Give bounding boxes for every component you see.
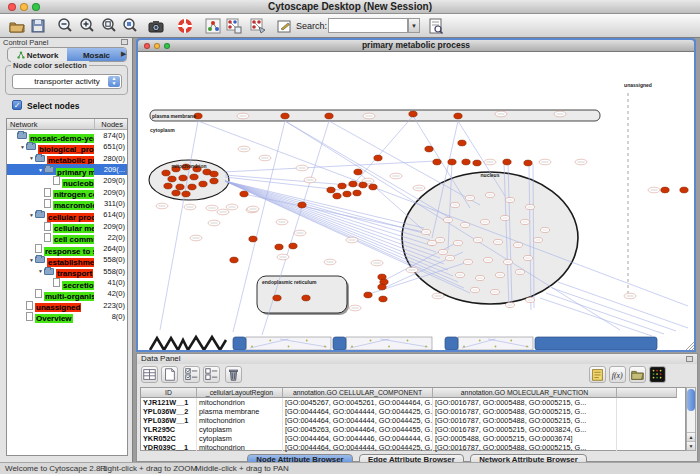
network-node[interactable]: [333, 193, 341, 199]
network-node[interactable]: [275, 244, 283, 250]
scroll-up-icon[interactable]: ▲: [687, 432, 695, 441]
annotation-icon[interactable]: [275, 17, 293, 35]
network-node[interactable]: [188, 184, 196, 190]
network-node[interactable]: [503, 159, 511, 165]
network-blue-icon[interactable]: [249, 17, 267, 35]
network-node[interactable]: [458, 140, 466, 146]
column-header-cellularlayoutregion[interactable]: _cellularLayoutRegion: [197, 388, 283, 398]
cell[interactable]: [GO:0045267, GO:0045261, GO:0044464, G..…: [283, 398, 433, 407]
column-header-id[interactable]: ID: [141, 388, 197, 398]
cell[interactable]: YJR121W__1: [141, 398, 197, 407]
cell[interactable]: YPL036W__2: [141, 407, 197, 416]
cell[interactable]: [GO:0044464, GO:0044446, GO:0044444, G..…: [283, 434, 433, 443]
network-node[interactable]: [240, 191, 248, 197]
network-node[interactable]: [176, 184, 184, 190]
float-panel-icon[interactable]: [121, 39, 128, 45]
select-nodes-checkbox[interactable]: ✓: [12, 100, 22, 110]
minimized-window-bar[interactable]: [333, 337, 346, 350]
expand-arrow-icon[interactable]: ▼: [28, 212, 35, 218]
network-node[interactable]: [289, 243, 297, 249]
column-header-annotation-go-molecular-function[interactable]: annotation.GO MOLECULAR_FUNCTION: [433, 388, 617, 398]
matrix-icon[interactable]: [649, 366, 666, 383]
network-node[interactable]: [353, 190, 361, 196]
network-node[interactable]: [448, 159, 456, 165]
tab-network[interactable]: Network: [8, 48, 67, 61]
cell[interactable]: [GO:0005488, GO:0005215, GO:0003674]: [433, 434, 617, 443]
tree-column-nodes[interactable]: Nodes: [101, 120, 123, 129]
network-node[interactable]: [374, 155, 382, 161]
cell[interactable]: YKR052C: [141, 434, 197, 443]
network-node[interactable]: [281, 113, 289, 119]
network-node[interactable]: [302, 295, 310, 301]
cell[interactable]: YLR295C: [141, 425, 197, 434]
save-icon[interactable]: [29, 17, 47, 35]
zoom-in-icon[interactable]: [78, 17, 96, 35]
network-node[interactable]: [230, 257, 238, 263]
notes-icon[interactable]: [589, 366, 606, 383]
search-input[interactable]: [328, 18, 408, 33]
network-node[interactable]: [172, 190, 180, 196]
function-icon[interactable]: f(x): [609, 366, 626, 383]
attribute-table[interactable]: ID_cellularLayoutRegionannotation.GO CEL…: [140, 387, 686, 451]
tab-scroll-right-icon[interactable]: ▶: [121, 50, 126, 58]
network-node[interactable]: [454, 113, 462, 119]
expand-arrow-icon[interactable]: ▼: [37, 268, 44, 274]
table-row-ypl036w-2[interactable]: YPL036W__2plasma membrane[GO:0044464, GO…: [141, 407, 685, 416]
network-canvas[interactable]: plasma membranecytoplasmmitochondrionnuc…: [138, 52, 694, 350]
zoom-out-icon[interactable]: [56, 17, 74, 35]
minimized-window-bar[interactable]: [445, 337, 458, 350]
import-folder-icon[interactable]: [629, 366, 646, 383]
tree-column-divider[interactable]: [94, 119, 95, 130]
cell[interactable]: cytoplasm: [197, 434, 283, 443]
minimized-window-bar[interactable]: [535, 337, 657, 350]
cell[interactable]: [GO:0016787, GO:0005488, GO:0005215, G..…: [433, 407, 617, 416]
network-node[interactable]: [182, 191, 190, 197]
minimized-network-thumbnail[interactable]: [346, 337, 432, 350]
resize-grip-icon[interactable]: [692, 348, 694, 350]
cell[interactable]: [GO:0016787, GO:0005488, GO:0005215, G..…: [433, 416, 617, 425]
new-attribute-icon[interactable]: [161, 366, 178, 383]
cell[interactable]: YPL036W__1: [141, 416, 197, 425]
network-node[interactable]: [273, 295, 281, 301]
minimized-network-thumbnail[interactable]: [246, 337, 331, 350]
cell[interactable]: plasma membrane: [197, 407, 283, 416]
cell[interactable]: [GO:0044464, GO:0044444, GO:0044425, G..…: [283, 416, 433, 425]
network-node[interactable]: [179, 175, 187, 181]
vizmapper-icon[interactable]: [204, 17, 222, 35]
network-node[interactable]: [249, 236, 257, 242]
zoom-selected-icon[interactable]: [100, 17, 118, 35]
tree-row-overview[interactable]: Overview8(0): [7, 311, 127, 322]
network-node[interactable]: [364, 292, 372, 298]
network-node[interactable]: [473, 160, 481, 166]
network-node[interactable]: [378, 284, 386, 290]
network-node[interactable]: [524, 160, 532, 166]
network-node[interactable]: [210, 171, 218, 177]
network-node[interactable]: [162, 170, 170, 176]
network-node[interactable]: [325, 113, 333, 119]
cell[interactable]: [GO:0016787, GO:0005488, GO:0005215, G..…: [433, 398, 617, 407]
network-node[interactable]: [354, 169, 362, 175]
snapshot-icon[interactable]: [147, 17, 165, 35]
network-node[interactable]: [661, 187, 669, 193]
tree-column-network[interactable]: Network: [10, 120, 38, 129]
expand-arrow-icon[interactable]: ▼: [19, 144, 26, 150]
cell[interactable]: [GO:0016787, GO:0005215, GO:0003824, G..…: [433, 425, 617, 434]
search-dropdown-arrow[interactable]: ▼: [408, 18, 420, 33]
scrollbar-thumb[interactable]: [687, 389, 695, 411]
expand-arrow-icon[interactable]: ▼: [28, 155, 35, 161]
network-node[interactable]: [359, 182, 367, 188]
open-icon[interactable]: [8, 17, 26, 35]
search-options-icon[interactable]: [427, 17, 445, 35]
network-node[interactable]: [164, 183, 172, 189]
cell[interactable]: [GO:0045263, GO:0044464, GO:0044455, G..…: [283, 425, 433, 434]
attribute-table-icon[interactable]: [141, 366, 158, 383]
expand-arrow-icon[interactable]: ▼: [28, 257, 35, 263]
minimized-network-thumbnail[interactable]: [458, 337, 533, 350]
help-icon[interactable]: [176, 17, 194, 35]
network-node[interactable]: [680, 187, 688, 193]
zoom-fit-icon[interactable]: [121, 17, 139, 35]
cell[interactable]: cytoplasm: [197, 425, 283, 434]
delete-attribute-icon[interactable]: [225, 366, 242, 383]
table-row-ypl036w-1[interactable]: YPL036W__1mitochondrion[GO:0044464, GO:0…: [141, 416, 685, 425]
network-node[interactable]: [168, 176, 176, 182]
